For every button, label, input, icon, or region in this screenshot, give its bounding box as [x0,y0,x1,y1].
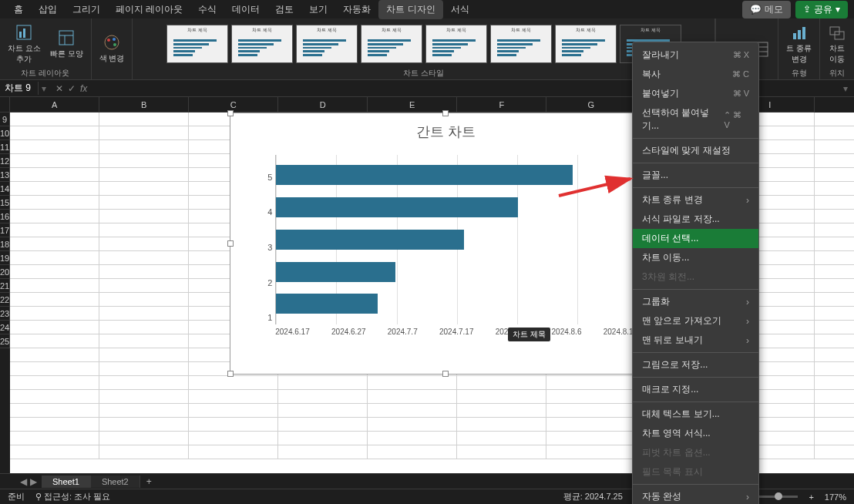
name-box[interactable]: 차트 9 [0,82,39,95]
cell[interactable] [10,223,99,237]
sheet-nav-prev-icon[interactable]: ◀ [20,476,27,487]
sheet-tab-1[interactable]: Sheet1 [42,475,91,488]
cell[interactable] [815,279,854,293]
ctx-font[interactable]: 글꼴... [633,166,758,185]
cell[interactable] [10,210,99,223]
cell[interactable] [99,113,189,126]
ctx-assign-macro[interactable]: 매크로 지정... [633,380,758,399]
ctx-format-chart-area[interactable]: 차트 영역 서식... [633,424,758,443]
col-header[interactable]: F [457,97,546,113]
row-header[interactable]: 21 [0,279,10,293]
ctx-save-as-picture[interactable]: 그림으로 저장... [633,355,758,375]
cell[interactable] [368,445,457,459]
cell[interactable] [815,251,854,265]
cell[interactable] [815,445,854,459]
cell[interactable] [546,418,636,432]
cell[interactable] [99,265,189,279]
cell[interactable] [815,418,854,432]
menu-insert[interactable]: 삽입 [31,0,65,19]
cell[interactable] [815,293,854,307]
cell[interactable] [10,265,99,279]
cell[interactable] [815,154,854,168]
cell[interactable] [10,348,99,362]
cell[interactable] [278,390,368,404]
cell[interactable] [457,445,546,459]
ctx-send-to-back[interactable]: 맨 뒤로 보내기› [633,331,758,350]
ctx-paste[interactable]: 붙여넣기⌘ V [633,84,758,103]
ctx-paste-special[interactable]: 선택하여 붙여넣기...⌃ ⌘ V [633,103,758,136]
cell[interactable] [99,140,189,154]
add-sheet-button[interactable]: + [140,476,158,487]
chart-style-1[interactable]: 차트 제목 [166,25,228,63]
cell[interactable] [368,404,457,418]
cell[interactable] [10,445,99,459]
ctx-autocomplete[interactable]: 자동 완성› [633,487,758,504]
cell[interactable] [99,432,189,445]
row-header[interactable]: 9 [0,113,10,126]
cell[interactable] [10,196,99,210]
cell[interactable] [10,418,99,432]
row-header[interactable]: 13 [0,168,10,182]
cell[interactable] [457,418,546,432]
ctx-reset-style[interactable]: 스타일에 맞게 재설정 [633,141,758,160]
cell[interactable] [99,418,189,432]
row-header[interactable]: 23 [0,307,10,321]
add-chart-element-button[interactable]: 차트 요소 추가 [5,22,44,66]
cell[interactable] [815,223,854,237]
cell[interactable] [99,307,189,321]
zoom-level[interactable]: 177% [825,492,846,502]
cell[interactable] [457,390,546,404]
confirm-formula-icon[interactable]: ✓ [68,83,76,94]
chart-style-3[interactable]: 차트 제목 [296,25,358,63]
accessibility-status[interactable]: ⚲ 접근성: 조사 필요 [35,491,110,502]
zoom-thumb[interactable] [775,492,782,500]
cell[interactable] [278,404,368,418]
menu-home[interactable]: 홈 [6,0,31,19]
cell[interactable] [10,432,99,445]
chart-bar[interactable] [276,262,637,282]
row-header[interactable]: 15 [0,196,10,210]
cell[interactable] [10,390,99,404]
ctx-save-template[interactable]: 서식 파일로 저장... [633,210,758,229]
ctx-change-chart-type[interactable]: 차트 종류 변경› [633,190,758,210]
cell[interactable] [99,168,189,182]
row-header[interactable]: 17 [0,223,10,237]
cell[interactable] [546,432,636,445]
col-header[interactable]: D [278,97,368,113]
row-header[interactable]: 25 [0,334,10,348]
chart-bar[interactable] [276,294,637,314]
cell[interactable] [99,279,189,293]
cell[interactable] [10,251,99,265]
ctx-select-data[interactable]: 데이터 선택... [633,229,758,248]
chart-plot-area[interactable]: 5 4 3 2 1 2024.6.17 2024.6.27 2024.7.7 2… [261,155,637,340]
ctx-bring-to-front[interactable]: 맨 앞으로 가져오기› [633,311,758,331]
cell[interactable] [10,113,99,126]
chart-style-7[interactable]: 차트 제목 [555,25,617,63]
cell[interactable] [815,140,854,154]
fx-label[interactable]: fx [80,83,87,94]
cell[interactable] [815,265,854,279]
cell[interactable] [815,404,854,418]
cell[interactable] [189,418,278,432]
cell[interactable] [546,404,636,418]
select-all-corner[interactable] [0,97,10,113]
embedded-chart[interactable]: 간트 차트 5 4 3 2 1 2024.6.17 2024.6.27 2024… [230,113,661,375]
cell[interactable] [815,321,854,334]
cell[interactable] [10,279,99,293]
cell[interactable] [10,307,99,321]
zoom-in-button[interactable]: + [809,492,813,502]
cell[interactable] [278,445,368,459]
col-header[interactable]: G [546,97,636,113]
cell[interactable] [368,432,457,445]
chart-style-6[interactable]: 차트 제목 [490,25,552,63]
change-colors-button[interactable]: 색 변경 [96,32,128,66]
ctx-view-alt-text[interactable]: 대체 텍스트 보기... [633,405,758,424]
row-header[interactable]: 14 [0,182,10,196]
sheet-nav-next-icon[interactable]: ▶ [30,476,37,487]
cell[interactable] [99,196,189,210]
cell[interactable] [278,418,368,432]
cell[interactable] [815,376,854,390]
cell[interactable] [189,445,278,459]
cell[interactable] [815,168,854,182]
cell[interactable] [10,182,99,196]
